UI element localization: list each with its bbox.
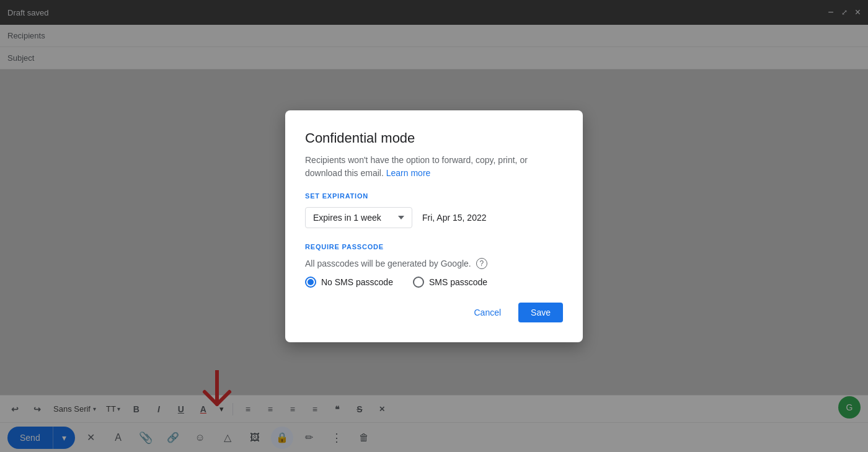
modal-title: Confidential mode xyxy=(305,130,563,146)
modal-actions: Cancel Save xyxy=(305,303,563,322)
passcode-help-icon[interactable]: ? xyxy=(476,258,487,269)
sms-option[interactable]: SMS passcode xyxy=(413,277,487,288)
no-sms-radio-button[interactable] xyxy=(305,277,316,288)
no-sms-option[interactable]: No SMS passcode xyxy=(305,277,393,288)
passcode-radio-group: No SMS passcode SMS passcode xyxy=(305,277,563,288)
modal-overlay: Confidential mode Recipients won't have … xyxy=(0,0,868,452)
expiration-dropdown[interactable]: No expiration Expires in 1 day Expires i… xyxy=(305,207,412,228)
require-passcode-label: REQUIRE PASSCODE xyxy=(305,243,563,250)
modal-description: Recipients won't have the option to forw… xyxy=(305,154,563,180)
passcode-desc-text: All passcodes will be generated by Googl… xyxy=(305,259,471,268)
confidential-mode-dialog: Confidential mode Recipients won't have … xyxy=(285,110,583,342)
learn-more-link[interactable]: Learn more xyxy=(386,168,431,178)
no-sms-label: No SMS passcode xyxy=(321,277,393,287)
expiration-date: Fri, Apr 15, 2022 xyxy=(422,213,487,223)
passcode-description: All passcodes will be generated by Googl… xyxy=(305,258,563,269)
sms-label: SMS passcode xyxy=(429,277,487,287)
cancel-button[interactable]: Cancel xyxy=(461,303,513,322)
set-expiration-label: SET EXPIRATION xyxy=(305,192,563,200)
passcode-section: REQUIRE PASSCODE All passcodes will be g… xyxy=(305,243,563,288)
sms-radio-button[interactable] xyxy=(413,277,424,288)
expiration-row: No expiration Expires in 1 day Expires i… xyxy=(305,207,563,228)
save-button[interactable]: Save xyxy=(518,303,563,322)
